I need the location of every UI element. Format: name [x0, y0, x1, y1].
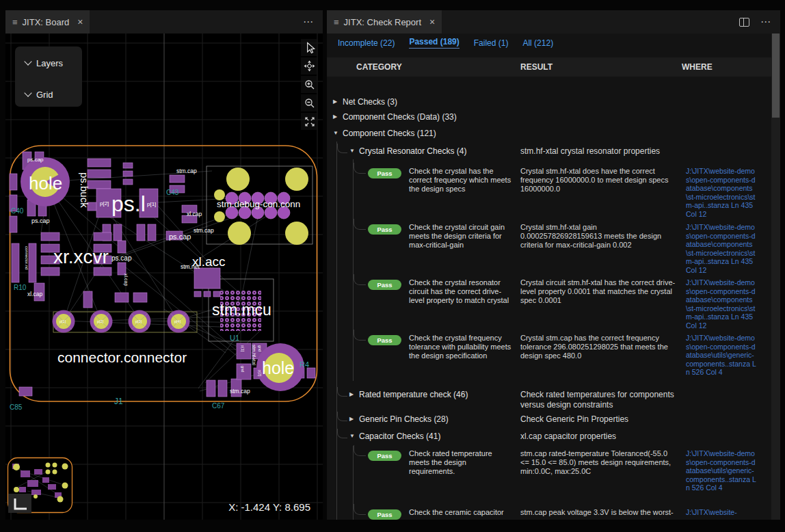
board-canvas[interactable]: hole ps.buck ps.l p[2] p[1] stm.debug-co… — [5, 34, 323, 520]
check-where-link[interactable]: J:\JITX\website-demos\open-components-da… — [686, 334, 757, 377]
check-row: Pass Check the crystal circuit gain meet… — [327, 223, 771, 278]
check-description: Check the crystal resonator circuit has … — [409, 278, 511, 306]
zoom-out-icon[interactable] — [301, 94, 318, 111]
chevron-right-icon[interactable]: ▶ — [349, 388, 359, 397]
check-row: Pass Check the crystal has the correct f… — [327, 167, 771, 223]
label-r4: R4 — [300, 360, 309, 369]
label-stm-cap-a: stm.cap — [176, 168, 197, 174]
label-ps-cap-d: ps.cap — [27, 157, 44, 163]
label-ps-cap-c: ps.cap — [169, 232, 191, 241]
label-hole-top: hole — [29, 173, 62, 194]
tree-connector — [337, 144, 347, 153]
group-label: Rated temperature check (46) — [359, 388, 468, 399]
zoom-fit-icon[interactable] — [301, 113, 318, 130]
check-where-link[interactable]: J:\JITX\website-demos\open-components-da… — [686, 278, 757, 330]
more-actions-icon[interactable]: ⋯ — [303, 18, 315, 25]
tree-connector — [354, 330, 366, 341]
label-xr-xcvr: xr.xcvr — [53, 246, 109, 267]
filter-failed[interactable]: Failed (1) — [474, 38, 509, 48]
label-ps-l: ps.l — [111, 191, 146, 216]
report-table-body: ▶ Net Checks (3) ▶ Component Checks (Dat… — [327, 93, 771, 520]
label-conn-p2: p[2] — [97, 319, 104, 323]
check-where-link[interactable]: J:\JITX\website-demos\open-components-da… — [686, 449, 757, 492]
column-where: WHERE — [682, 62, 713, 72]
label-xtal-gnd1: gnd — [258, 345, 262, 351]
scrollbar-thumb[interactable] — [772, 34, 780, 118]
chevron-right-icon[interactable]: ▶ — [333, 96, 343, 105]
filter-all[interactable]: All (212) — [522, 38, 553, 48]
filter-incomplete[interactable]: Incomplete (22) — [338, 38, 395, 48]
chevron-right-icon[interactable]: ▶ — [333, 111, 343, 120]
board-minimap[interactable] — [7, 457, 74, 516]
pan-move-icon[interactable] — [301, 57, 318, 75]
more-actions-icon[interactable]: ⋯ — [760, 18, 772, 25]
grid-toggle[interactable]: Grid — [15, 70, 82, 102]
tab-jitx-check-report[interactable]: ≡ JITX: Check Report × — [327, 10, 442, 34]
column-category: CATEGORY — [356, 62, 402, 72]
group-row-generic-pin[interactable]: ▶ Generic Pin Checks (28) Check Generic … — [327, 413, 771, 430]
chevron-down-icon[interactable]: ▼ — [333, 127, 343, 136]
status-badge-pass: Pass — [368, 224, 401, 235]
chevron-down-icon[interactable]: ▼ — [349, 430, 359, 439]
label-u1: U1 — [230, 334, 239, 342]
board-tabbar: ≡ JITX: Board × ⋯ — [5, 10, 323, 34]
layers-toggle[interactable]: Layers — [15, 46, 82, 70]
cursor-coordinates: X: -1.424 Y: 8.695 — [228, 501, 310, 513]
group-label: Crystal Resonator Checks (4) — [359, 145, 466, 156]
tree-connector — [337, 387, 347, 397]
check-result: stm.cap rated-temperature Toleranced(-55… — [520, 449, 676, 477]
check-where-link[interactable]: J:\JITX\website- — [686, 508, 757, 517]
report-tabbar: ≡ JITX: Check Report × ⋯ — [327, 10, 780, 34]
group-label: Component Checks (121) — [343, 127, 436, 138]
check-where-link[interactable]: J:\JITX\website-demos\open-components-da… — [686, 167, 757, 219]
board-panel: ≡ JITX: Board × ⋯ — [5, 10, 323, 520]
tab-title: JITX: Board — [23, 17, 70, 27]
label-stm-cap-b: stm.cap — [194, 227, 214, 234]
chevron-right-icon[interactable]: ▶ — [349, 413, 359, 422]
connector-pads — [53, 310, 190, 333]
tree-connector — [354, 219, 366, 230]
group-row-net-checks[interactable]: ▶ Net Checks (3) — [327, 96, 771, 111]
group-row-component-checks[interactable]: ▼ Component Checks (121) — [327, 127, 771, 144]
scrollbar-track[interactable] — [771, 34, 780, 520]
check-description: Check the crystal circuit gain meets the… — [409, 223, 511, 250]
check-result: stm.cap peak voltage 3.3V is below the w… — [520, 508, 676, 520]
tree-connector — [354, 504, 366, 515]
origin-axes-icon — [8, 494, 31, 513]
chevron-down-icon[interactable]: ▼ — [349, 145, 359, 154]
chevron-down-icon — [24, 57, 31, 65]
group-label: Component Checks (Data) (33) — [343, 111, 457, 122]
group-result: xl.cap capacitor properties — [520, 431, 679, 442]
filter-passed[interactable]: Passed (189) — [409, 37, 459, 49]
group-row-rated-temperature[interactable]: ▶ Rated temperature check (46) Check rat… — [327, 388, 771, 413]
close-icon[interactable]: × — [429, 16, 435, 27]
group-row-crystal-resonator[interactable]: ▼ Crystal Resonator Checks (4) stm.hf-xt… — [327, 145, 771, 163]
close-icon[interactable]: × — [77, 16, 83, 27]
tree-connector — [337, 429, 347, 438]
split-editor-icon[interactable] — [739, 18, 749, 27]
result-filter-tabs: Incomplete (22) Passed (189) Failed (1) … — [327, 34, 780, 52]
group-row-capacitor-checks[interactable]: ▼ Capacitor Checks (41) xl.cap capacitor… — [327, 430, 771, 447]
column-result: RESULT — [520, 62, 553, 72]
label-conn-p4: p[4] — [174, 319, 181, 323]
group-label: Net Checks (3) — [343, 96, 397, 107]
tab-jitx-board[interactable]: ≡ JITX: Board × — [5, 10, 90, 34]
label-conn-p1: p[1] — [59, 319, 66, 323]
label-hole-bottom: hole — [262, 358, 294, 377]
group-result: Check Generic Pin Properties — [520, 414, 679, 425]
group-row-component-checks-data[interactable]: ▶ Component Checks (Data) (33) — [327, 111, 771, 127]
select-cursor-icon[interactable] — [301, 39, 318, 56]
check-result: Crystal stm.hf-xtal gain 0.0002578269281… — [520, 223, 676, 250]
zoom-in-icon[interactable] — [301, 76, 318, 93]
label-xtal-p2: p[2] — [258, 370, 262, 377]
check-description: Check rated temperature meets the design… — [409, 449, 511, 477]
check-where-link[interactable]: J:\JITX\website-demos\open-components-da… — [686, 223, 757, 275]
label-stm-mcu: stm.mcu — [212, 301, 271, 319]
label-xl-cap-c: xl.cap — [123, 274, 129, 286]
label-c40: C40 — [11, 207, 24, 215]
check-description: Check the ceramic capacitor — [409, 508, 511, 517]
label-debug-conn: stm.debug-con.conn — [217, 199, 300, 209]
check-result: Crystal stm.cap has the correct frequenc… — [520, 334, 676, 361]
label-c43: C43 — [166, 189, 179, 196]
label-xtal-gnd2: gnd — [241, 366, 245, 372]
